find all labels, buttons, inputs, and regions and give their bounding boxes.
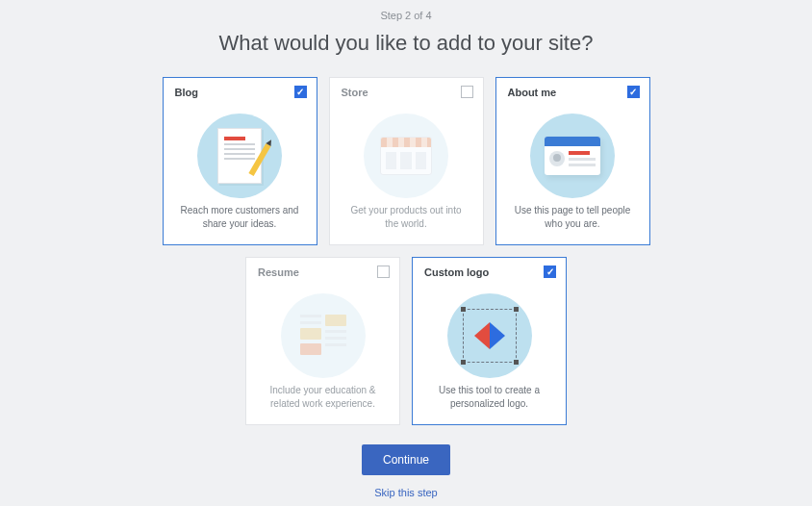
card-title: Resume — [258, 266, 299, 278]
step-indicator: Step 2 of 4 — [380, 10, 431, 21]
skip-link[interactable]: Skip this step — [374, 487, 437, 498]
card-desc: Include your education & related work ex… — [246, 384, 399, 424]
blog-illustration — [164, 104, 317, 204]
card-desc: Use this tool to create a personalized l… — [413, 384, 566, 424]
card-about-me[interactable]: About me Use this page to tell people wh… — [495, 77, 650, 245]
about-illustration — [496, 104, 649, 204]
card-desc: Get your products out into the world. — [330, 204, 483, 244]
option-grid: Blog Reach more customers and share your… — [137, 77, 675, 425]
logo-illustration — [413, 284, 566, 384]
card-resume[interactable]: Resume Include your education & related … — [245, 257, 400, 425]
resume-illustration — [246, 284, 399, 384]
page-title: What would you like to add to your site? — [219, 31, 594, 56]
checkbox-icon[interactable] — [377, 266, 390, 278]
checkbox-icon[interactable] — [294, 86, 307, 98]
card-desc: Use this page to tell people who you are… — [496, 204, 649, 244]
continue-button[interactable]: Continue — [362, 444, 450, 475]
card-blog[interactable]: Blog Reach more customers and share your… — [163, 77, 317, 245]
card-custom-logo[interactable]: Custom logo Use this tool to create a pe… — [412, 257, 567, 425]
card-title: Blog — [175, 87, 198, 98]
card-desc: Reach more customers and share your idea… — [164, 204, 317, 244]
store-illustration — [330, 104, 483, 204]
checkbox-icon[interactable] — [544, 266, 556, 278]
card-store[interactable]: Store Get your products out into the wor… — [329, 77, 484, 245]
card-title: About me — [508, 87, 557, 98]
card-title: Custom logo — [424, 266, 489, 278]
card-title: Store — [342, 87, 368, 98]
checkbox-icon[interactable] — [627, 86, 640, 98]
checkbox-icon[interactable] — [461, 86, 473, 98]
